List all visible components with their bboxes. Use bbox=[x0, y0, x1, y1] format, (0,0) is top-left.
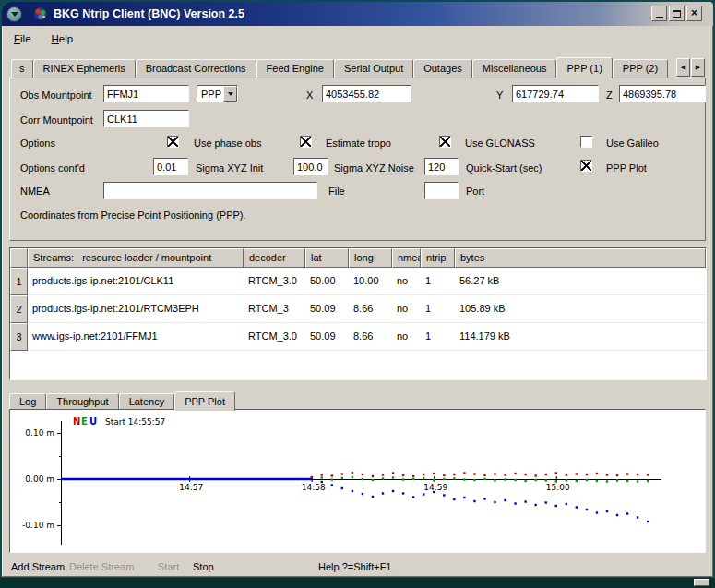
cell-mountpoint[interactable]: products.igs-ip.net:2101/CLK11 bbox=[28, 268, 244, 295]
cell-ntrip[interactable]: 1 bbox=[421, 323, 455, 351]
quick-start-input[interactable] bbox=[424, 158, 459, 175]
minimize-button[interactable] bbox=[651, 6, 667, 21]
cell-nmea[interactable]: no bbox=[392, 323, 421, 351]
close-icon: × bbox=[691, 6, 697, 20]
header-lat[interactable]: lat bbox=[305, 248, 349, 268]
ppp-mode-combo[interactable]: PPP bbox=[197, 85, 238, 102]
tab-scroll-right-icon: ▶ bbox=[696, 64, 700, 71]
cell-mountpoint[interactable]: products.igs-ip.net:2101/RTCM3EPH bbox=[28, 295, 244, 323]
tab-ppp-plot[interactable]: PPP Plot bbox=[174, 391, 235, 411]
use-phase-obs-label: Use phase obs bbox=[194, 138, 261, 149]
table-corner-cell bbox=[10, 248, 28, 268]
stop-button[interactable]: Stop bbox=[193, 561, 214, 572]
cell-lat[interactable]: 50.00 bbox=[305, 268, 349, 295]
tab-partial[interactable]: s bbox=[11, 59, 33, 78]
y-coordinate-input[interactable] bbox=[512, 85, 599, 102]
nmea-file-input[interactable] bbox=[103, 182, 317, 199]
ppp-plot-panel: 0.10 m0.00 m-0.10 m14:5714:5814:5915:00N… bbox=[9, 409, 706, 553]
z-coordinate-input[interactable] bbox=[619, 85, 706, 102]
nmea-port-input[interactable] bbox=[424, 182, 459, 199]
tab-latency[interactable]: Latency bbox=[119, 393, 175, 410]
cell-long[interactable]: 8.66 bbox=[349, 295, 392, 323]
header-mountpoint[interactable]: Streams: resource loader / mountpoint bbox=[28, 248, 244, 268]
ppp-plot-checkbox[interactable] bbox=[580, 160, 592, 172]
delete-stream-button[interactable]: Delete Stream bbox=[69, 561, 134, 572]
corr-mountpoint-input[interactable] bbox=[103, 110, 189, 127]
cell-decoder[interactable]: RTCM_3.0 bbox=[244, 268, 305, 295]
tab-feed-engine[interactable]: Feed Engine bbox=[256, 59, 334, 78]
tab-miscellaneous[interactable]: Miscellaneous bbox=[472, 59, 557, 78]
cell-decoder[interactable]: RTCM_3 bbox=[244, 295, 305, 323]
svg-text:15:00: 15:00 bbox=[546, 483, 570, 492]
header-long[interactable]: long bbox=[349, 248, 392, 268]
start-button[interactable]: Start bbox=[158, 561, 179, 572]
row-number[interactable]: 3 bbox=[10, 323, 28, 351]
cell-ntrip[interactable]: 1 bbox=[421, 268, 455, 295]
svg-text:14:58: 14:58 bbox=[302, 483, 326, 492]
tab-scroll-left-button[interactable]: ◀ bbox=[676, 58, 690, 77]
sigma-xyz-noise-input[interactable] bbox=[293, 158, 328, 175]
cell-nmea[interactable]: no bbox=[392, 295, 421, 323]
cell-long[interactable]: 8.66 bbox=[349, 323, 392, 351]
help-button[interactable]: Help ?=Shift+F1 bbox=[318, 561, 392, 572]
cell-mountpoint[interactable]: www.igs-ip.net:2101/FFMJ1 bbox=[28, 323, 244, 351]
tab-ppp-1[interactable]: PPP (1) bbox=[556, 57, 612, 78]
window-resize-grip[interactable] bbox=[694, 579, 709, 586]
header-ntrip[interactable]: ntrip bbox=[421, 248, 455, 268]
x-coordinate-input[interactable] bbox=[322, 85, 411, 102]
cell-decoder[interactable]: RTCM_3.0 bbox=[244, 323, 305, 351]
header-nmea[interactable]: nmea bbox=[392, 248, 421, 268]
header-decoder[interactable]: decoder bbox=[244, 248, 305, 268]
header-bytes[interactable]: bytes bbox=[455, 248, 706, 268]
obs-mountpoint-input[interactable] bbox=[103, 85, 189, 102]
menu-help[interactable]: Help bbox=[43, 31, 82, 46]
nmea-file-label: File bbox=[328, 186, 345, 197]
tab-broadcast-corrections[interactable]: Broadcast Corrections bbox=[136, 59, 256, 78]
tab-throughput[interactable]: Throughput bbox=[46, 393, 118, 410]
cell-lat[interactable]: 50.09 bbox=[305, 295, 349, 323]
tab-scroll-right-button[interactable]: ▶ bbox=[691, 58, 705, 77]
tab-scroll-left-icon: ◀ bbox=[681, 64, 685, 71]
row-number[interactable]: 2 bbox=[10, 295, 28, 323]
menubar: File Help bbox=[6, 30, 81, 48]
nmea-port-label: Port bbox=[466, 186, 484, 197]
cell-ntrip[interactable]: 1 bbox=[421, 295, 455, 323]
sigma-xyz-init-label: Sigma XYZ Init bbox=[196, 162, 263, 174]
window-controls: × bbox=[651, 6, 702, 21]
maximize-button[interactable] bbox=[669, 6, 685, 21]
window-menu-button[interactable] bbox=[6, 6, 22, 22]
use-galileo-checkbox[interactable] bbox=[580, 136, 592, 148]
cell-nmea[interactable]: no bbox=[392, 268, 421, 295]
tab-log[interactable]: Log bbox=[9, 393, 46, 410]
use-phase-obs-checkbox[interactable] bbox=[167, 136, 179, 148]
row-number[interactable]: 1 bbox=[10, 268, 28, 295]
corr-mountpoint-label: Corr Mountpoint bbox=[20, 114, 93, 126]
cell-long[interactable]: 10.00 bbox=[349, 268, 392, 295]
svg-text:14:57: 14:57 bbox=[179, 483, 203, 492]
menu-file[interactable]: File bbox=[6, 31, 40, 46]
nmea-label: NMEA bbox=[20, 186, 50, 197]
sigma-xyz-init-input[interactable] bbox=[153, 158, 188, 175]
combo-dropdown-button[interactable] bbox=[223, 86, 237, 102]
use-glonass-label: Use GLONASS bbox=[465, 138, 535, 149]
cell-bytes[interactable]: 56.27 kB bbox=[455, 268, 706, 295]
options-label: Options bbox=[20, 138, 55, 149]
app-icon bbox=[33, 6, 48, 21]
estimate-tropo-checkbox[interactable] bbox=[300, 136, 312, 148]
y-label: Y bbox=[496, 90, 503, 101]
add-stream-button[interactable]: Add Stream bbox=[11, 561, 65, 572]
cell-bytes[interactable]: 114.179 kB bbox=[455, 323, 706, 351]
tab-outages[interactable]: Outages bbox=[413, 59, 472, 78]
close-button[interactable]: × bbox=[686, 6, 702, 21]
cell-bytes[interactable]: 105.89 kB bbox=[455, 295, 706, 323]
tab-serial-output[interactable]: Serial Output bbox=[334, 59, 413, 78]
svg-text:U: U bbox=[89, 416, 97, 426]
window-title: BKG Ntrip Client (BNC) Version 2.5 bbox=[54, 7, 244, 20]
minimize-icon bbox=[656, 17, 663, 18]
use-glonass-checkbox[interactable] bbox=[439, 136, 451, 148]
ppp-hint-text: Coordinates from Precise Point Positioni… bbox=[20, 210, 246, 221]
tab-rinex-ephemeris[interactable]: RINEX Ephemeris bbox=[33, 59, 136, 78]
cell-lat[interactable]: 50.09 bbox=[305, 323, 349, 351]
estimate-tropo-label: Estimate tropo bbox=[326, 138, 391, 149]
tab-ppp-2[interactable]: PPP (2) bbox=[613, 59, 668, 78]
